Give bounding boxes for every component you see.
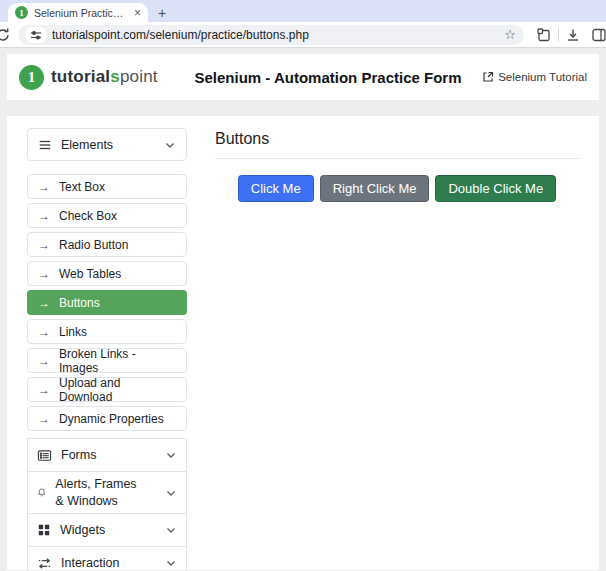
new-tab-button[interactable]: +	[158, 6, 166, 20]
chevron-down-icon	[165, 487, 177, 499]
logo-text: tutorialspoint	[51, 67, 158, 87]
arrow-icon: →	[38, 325, 50, 339]
arrow-icon: →	[38, 296, 50, 310]
sidebar-item-links[interactable]: → Links	[27, 319, 187, 344]
url-bar[interactable]: tutorialspoint.com/selenium/practice/but…	[18, 25, 524, 45]
item-label: Text Box	[59, 180, 105, 194]
page-title: Selenium - Automation Practice Form	[187, 69, 469, 86]
tab-favicon-icon: 1	[15, 6, 28, 19]
downloads-icon[interactable]	[565, 27, 581, 43]
sidebar-item-text-box[interactable]: → Text Box	[27, 174, 187, 199]
bookmark-star-icon[interactable]: ☆	[504, 28, 516, 41]
group-label-elements: Elements	[61, 138, 113, 152]
tutorial-link-label: Selenium Tutorial	[498, 71, 587, 83]
browser-tab-strip: 1 Selenium Practice - Buttons × +	[0, 0, 606, 22]
browser-tab[interactable]: 1 Selenium Practice - Buttons ×	[8, 3, 148, 22]
main-content: Buttons Click Me Right Click Me Double C…	[215, 128, 579, 558]
content-card: Elements → Text Box → Check Box → Radio …	[7, 116, 599, 570]
chevron-down-icon	[165, 557, 177, 569]
arrow-icon: →	[38, 354, 50, 368]
chevron-down-icon	[165, 449, 177, 461]
item-label: Radio Button	[59, 238, 128, 252]
forms-icon	[37, 448, 52, 463]
group-label-alerts: Alerts, Frames & Windows	[55, 476, 147, 509]
url-text[interactable]: tutorialspoint.com/selenium/practice/but…	[52, 28, 498, 42]
item-label: Upload and Download	[59, 376, 176, 404]
group-label-interaction: Interaction	[61, 555, 119, 571]
site-info-icon[interactable]	[26, 27, 46, 43]
interaction-arrows-icon	[37, 556, 52, 571]
section-heading: Buttons	[215, 130, 579, 148]
widgets-icon	[37, 523, 51, 537]
tutorialspoint-logo[interactable]: 1 tutorialspoint	[19, 65, 187, 90]
arrow-icon: →	[38, 412, 50, 426]
item-label: Check Box	[59, 209, 117, 223]
group-label-forms: Forms	[61, 447, 96, 463]
sidebar-items: → Text Box → Check Box → Radio Button → …	[27, 174, 187, 431]
sidebar-item-upload-and-download[interactable]: → Upload and Download	[27, 377, 187, 402]
side-panel-icon[interactable]	[591, 27, 606, 43]
chevron-down-icon	[165, 524, 177, 536]
logo-point: point	[120, 67, 158, 86]
buttons-row: Click Me Right Click Me Double Click Me	[215, 175, 579, 202]
item-label: Broken Links - Images	[59, 347, 176, 375]
arrow-icon: →	[38, 209, 50, 223]
sidebar-item-check-box[interactable]: → Check Box	[27, 203, 187, 228]
group-label-widgets: Widgets	[60, 522, 105, 538]
bell-icon	[37, 485, 46, 500]
page-background: 1 tutorialspoint Selenium - Automation P…	[0, 48, 606, 570]
click-me-button[interactable]: Click Me	[238, 175, 314, 202]
logo-s: s	[110, 67, 120, 86]
arrow-icon: →	[38, 180, 50, 194]
toolbar-separator	[558, 28, 559, 41]
arrow-icon: →	[38, 267, 50, 281]
reload-icon[interactable]	[0, 27, 12, 43]
selenium-tutorial-link[interactable]: Selenium Tutorial	[469, 71, 587, 83]
item-label: Links	[59, 325, 87, 339]
arrow-icon: →	[38, 238, 50, 252]
chevron-down-icon	[164, 139, 176, 151]
item-label: Buttons	[59, 296, 100, 310]
double-click-me-button[interactable]: Double Click Me	[435, 175, 556, 202]
sidebar-groups: Forms Alerts, Frames & Windows	[27, 438, 187, 571]
browser-toolbar: tutorialspoint.com/selenium/practice/but…	[0, 22, 606, 48]
sidebar-item-radio-button[interactable]: → Radio Button	[27, 232, 187, 257]
item-label: Web Tables	[59, 267, 121, 281]
sidebar-item-web-tables[interactable]: → Web Tables	[27, 261, 187, 286]
sidebar: Elements → Text Box → Check Box → Radio …	[27, 128, 187, 558]
external-link-icon	[482, 71, 494, 83]
arrow-icon: →	[38, 383, 50, 397]
sidebar-item-broken-links-images[interactable]: → Broken Links - Images	[27, 348, 187, 373]
sidebar-group-interaction[interactable]: Interaction	[27, 546, 187, 571]
extensions-icon[interactable]	[536, 27, 552, 43]
sidebar-group-alerts-frames-windows[interactable]: Alerts, Frames & Windows	[27, 471, 187, 514]
right-click-me-button[interactable]: Right Click Me	[320, 175, 430, 202]
tutorialspoint-logo-icon: 1	[19, 65, 44, 90]
sidebar-group-widgets[interactable]: Widgets	[27, 513, 187, 547]
sidebar-group-elements[interactable]: Elements	[27, 128, 187, 161]
item-label: Dynamic Properties	[59, 412, 164, 426]
sidebar-item-dynamic-properties[interactable]: → Dynamic Properties	[27, 406, 187, 431]
logo-tutorial: tutorial	[51, 67, 110, 86]
site-header: 1 tutorialspoint Selenium - Automation P…	[7, 54, 599, 100]
hamburger-icon	[38, 138, 52, 152]
sidebar-item-buttons[interactable]: → Buttons	[27, 290, 187, 315]
sidebar-group-forms[interactable]: Forms	[27, 438, 187, 472]
tab-close-icon[interactable]: ×	[134, 7, 141, 19]
tab-title: Selenium Practice - Buttons	[34, 7, 128, 19]
heading-divider	[215, 158, 579, 159]
